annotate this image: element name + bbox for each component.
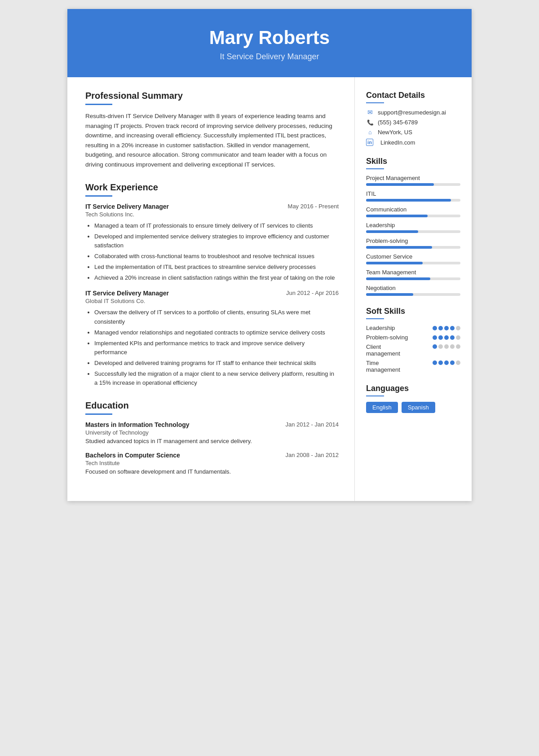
soft-skill-leadership: Leadership (366, 325, 460, 331)
dot (444, 335, 449, 340)
list-item: Managed vendor relationships and negotia… (94, 328, 339, 337)
education-title: Education (85, 400, 339, 411)
contact-location: ⌂ NewYork, US (366, 129, 460, 136)
skills-section: Skills Project Management ITIL Communica… (366, 157, 460, 296)
soft-skill-problem-solving: Problem-solving (366, 334, 460, 341)
dot (438, 335, 443, 340)
skill-name: Problem-solving (366, 237, 460, 244)
skill-item: ITIL (366, 190, 460, 202)
summary-title: Professional Summary (85, 91, 339, 101)
skill-name: Negotiation (366, 285, 460, 291)
dot (456, 344, 460, 349)
resume-header: Mary Roberts It Service Delivery Manager (67, 9, 472, 77)
skill-item: Project Management (366, 175, 460, 186)
soft-skill-name: Clientmanagement (366, 343, 400, 357)
job-2: IT Service Delivery Manager Jun 2012 - A… (85, 290, 339, 387)
soft-skills-title: Soft Skills (366, 307, 460, 316)
education-section: Education Masters in Information Technol… (85, 400, 339, 475)
soft-skill-time-management: Timemanagement (366, 360, 460, 373)
edu-1-school: University of Technology (85, 429, 339, 436)
job-1-bullets: Managed a team of IT professionals to en… (85, 221, 339, 283)
edu-2-dates: Jan 2008 - Jan 2012 (285, 452, 339, 458)
dots (433, 326, 460, 330)
job-2-dates: Jun 2012 - Apr 2016 (286, 290, 339, 296)
contact-section: Contact Details ✉ support@resumedesign.a… (366, 91, 460, 146)
skills-underline (366, 168, 384, 169)
skill-bar-bg (366, 183, 460, 186)
dots (433, 344, 460, 349)
soft-skill-client-management: Clientmanagement (366, 343, 460, 357)
job-2-company: Global IT Solutions Co. (85, 298, 339, 304)
job-2-bullets: Oversaw the delivery of IT services to a… (85, 308, 339, 387)
edu-2-header: Bachelors in Computer Science Jan 2008 -… (85, 452, 339, 459)
contact-linkedin: in LinkedIn.com (366, 139, 460, 146)
contact-title: Contact Details (366, 91, 460, 100)
languages-title: Languages (366, 384, 460, 393)
skill-bar-bg (366, 246, 460, 249)
list-item: Managed a team of IT professionals to en… (94, 221, 339, 230)
skill-name: Customer Service (366, 253, 460, 260)
header-name: Mary Roberts (76, 27, 463, 48)
skill-bar-fill (366, 183, 434, 186)
skill-bar-fill (366, 230, 418, 233)
soft-skill-name: Timemanagement (366, 360, 400, 373)
dot (444, 344, 449, 349)
job-1-dates: May 2016 - Present (288, 203, 339, 210)
list-item: Collaborated with cross-functional teams… (94, 252, 339, 261)
job-1-title: IT Service Delivery Manager (85, 203, 169, 210)
dot (433, 360, 437, 365)
dot (456, 326, 460, 330)
language-english: English (366, 402, 398, 413)
skill-bar-bg (366, 262, 460, 264)
edu-2-degree: Bachelors in Computer Science (85, 452, 180, 459)
dot (444, 326, 449, 330)
soft-skills-underline (366, 318, 384, 319)
dot (450, 335, 455, 340)
contact-linkedin-text: LinkedIn.com (380, 139, 415, 146)
dot (450, 360, 455, 365)
skill-name: Project Management (366, 175, 460, 181)
dot (444, 360, 449, 365)
skill-item: Team Management (366, 269, 460, 280)
list-item: Developed and delivered training program… (94, 359, 339, 368)
phone-icon: 📞 (366, 119, 374, 126)
dot (438, 360, 443, 365)
dot (450, 344, 455, 349)
edu-2-desc: Focused on software development and IT f… (85, 468, 339, 475)
contact-underline (366, 102, 384, 103)
dot (456, 360, 460, 365)
skill-bar-fill (366, 246, 432, 249)
skill-bar-fill (366, 277, 430, 280)
job-2-header: IT Service Delivery Manager Jun 2012 - A… (85, 290, 339, 297)
list-item: Implemented KPIs and performance metrics… (94, 339, 339, 357)
skill-bar-bg (366, 215, 460, 217)
soft-skill-name: Problem-solving (366, 334, 408, 341)
languages-underline (366, 396, 384, 396)
education-underline (85, 413, 112, 415)
edu-2: Bachelors in Computer Science Jan 2008 -… (85, 452, 339, 475)
resume-document: Mary Roberts It Service Delivery Manager… (67, 9, 472, 501)
skill-name: Communication (366, 206, 460, 213)
edu-1-degree: Masters in Information Technology (85, 421, 190, 428)
skill-item: Communication (366, 206, 460, 217)
contact-phone-text: (555) 345-6789 (378, 119, 418, 126)
language-spanish: Spanish (402, 402, 435, 413)
dot (433, 344, 437, 349)
skill-bar-fill (366, 262, 423, 264)
soft-skills-section: Soft Skills Leadership Problem-solving (366, 307, 460, 373)
skill-item: Leadership (366, 222, 460, 233)
location-icon: ⌂ (366, 129, 374, 136)
dot (433, 326, 437, 330)
skill-bar-bg (366, 199, 460, 202)
languages-section: Languages English Spanish (366, 384, 460, 413)
dot (433, 335, 437, 340)
dot (438, 344, 443, 349)
work-title: Work Experience (85, 182, 339, 193)
skill-bar-bg (366, 293, 460, 296)
contact-location-text: NewYork, US (378, 129, 412, 136)
dot (456, 335, 460, 340)
email-icon: ✉ (366, 109, 374, 116)
contact-phone: 📞 (555) 345-6789 (366, 119, 460, 126)
work-section: Work Experience IT Service Delivery Mana… (85, 182, 339, 388)
job-2-title: IT Service Delivery Manager (85, 290, 169, 297)
